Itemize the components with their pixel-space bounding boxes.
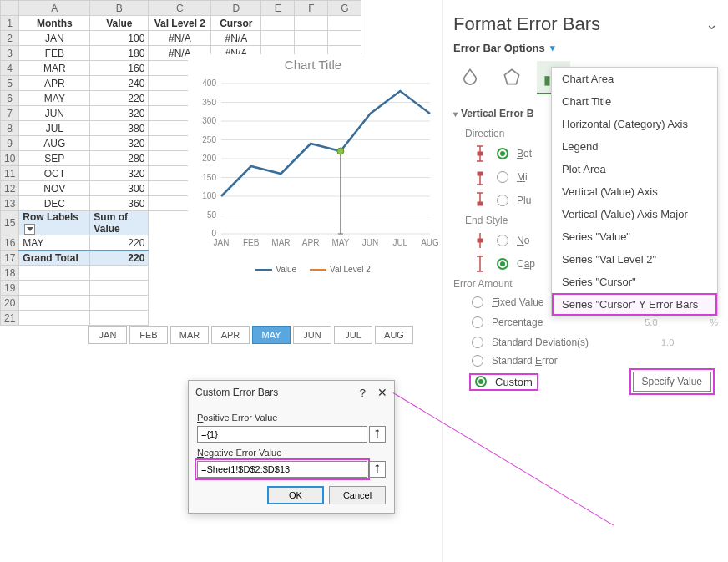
svg-text:MAY: MAY — [331, 238, 349, 247]
custom-error-bars-dialog: Custom Error Bars ? ✕ Positive Error Val… — [188, 380, 395, 514]
slicer-jul[interactable]: JUL — [334, 326, 372, 344]
dropdown-item[interactable]: Chart Area — [552, 68, 717, 90]
direction-minus-text: Mi — [517, 171, 528, 183]
svg-text:JAN: JAN — [214, 238, 230, 247]
dialog-cancel-button[interactable]: Cancel — [329, 486, 386, 504]
direction-both-text: Bot — [517, 148, 532, 159]
svg-rect-44 — [478, 239, 483, 242]
svg-text:50: 50 — [207, 210, 217, 220]
amt-std-text: Standard Deviation(s) — [492, 337, 589, 348]
svg-marker-29 — [504, 69, 518, 84]
negative-range-picker-icon[interactable]: 🠕 — [369, 461, 386, 478]
negative-error-label: Negative Error Value — [197, 448, 386, 458]
amt-custom-text: Custom — [495, 376, 533, 388]
amt-se-text: Standard Error — [492, 355, 558, 367]
slicer-jan[interactable]: JAN — [88, 326, 127, 344]
svg-text:0: 0 — [211, 229, 216, 238]
amt-std-radio[interactable] — [472, 337, 483, 348]
svg-text:100: 100 — [202, 191, 216, 200]
svg-point-28 — [337, 148, 344, 154]
svg-rect-36 — [478, 152, 483, 155]
chart-legend[interactable]: Value Val Level 2 — [188, 265, 438, 274]
positive-error-label: Positive Error Value — [197, 413, 386, 423]
pane-subtitle[interactable]: Error Bar Options — [453, 42, 545, 54]
dropdown-item[interactable]: Horizontal (Category) Axis — [552, 113, 717, 135]
amt-custom-radio[interactable] — [475, 376, 487, 387]
fill-line-icon[interactable] — [453, 61, 487, 94]
svg-text:JUN: JUN — [362, 238, 378, 247]
filter-icon[interactable] — [24, 224, 35, 235]
direction-minus-icon — [472, 168, 488, 186]
slicer-jun[interactable]: JUN — [293, 326, 331, 344]
amt-std-input[interactable] — [660, 335, 701, 350]
dropdown-item[interactable]: Series "Cursor" Y Error Bars — [552, 293, 717, 316]
chart-plot[interactable]: 050100150200250300350400JANFEBMARAPRMAYJ… — [188, 75, 438, 259]
dialog-close-icon[interactable]: ✕ — [377, 386, 387, 399]
dialog-help-icon[interactable]: ? — [360, 387, 366, 399]
amt-pct-text: Percentage — [492, 316, 543, 328]
svg-text:JUL: JUL — [392, 238, 407, 247]
svg-text:FEB: FEB — [243, 238, 260, 247]
svg-text:MAR: MAR — [271, 238, 290, 247]
svg-text:APR: APR — [302, 238, 320, 247]
dropdown-item[interactable]: Series "Cursor" — [552, 271, 717, 293]
slicer-mar[interactable]: MAR — [170, 326, 209, 344]
dialog-title: Custom Error Bars — [195, 387, 360, 398]
amt-pct-input[interactable] — [643, 315, 685, 330]
positive-range-picker-icon[interactable]: 🠕 — [369, 426, 386, 443]
svg-text:350: 350 — [202, 98, 216, 107]
specify-value-button[interactable]: Specify Value — [633, 372, 712, 392]
direction-minus-radio[interactable] — [497, 171, 508, 183]
direction-both-icon — [472, 144, 488, 163]
endstyle-nocap-radio[interactable] — [497, 235, 508, 246]
slicer-feb[interactable]: FEB — [129, 326, 168, 344]
svg-text:300: 300 — [202, 116, 216, 125]
slicer-apr[interactable]: APR — [211, 326, 250, 344]
dropdown-item[interactable]: Vertical (Value) Axis Major — [552, 203, 717, 225]
svg-text:AUG: AUG — [421, 238, 438, 247]
negative-error-input[interactable] — [197, 461, 367, 478]
dropdown-item[interactable]: Legend — [552, 135, 717, 158]
amt-pct-radio[interactable] — [472, 316, 483, 328]
endstyle-cap-text: Cap — [517, 258, 535, 270]
slicer-may[interactable]: MAY — [252, 326, 291, 344]
direction-both-radio[interactable] — [497, 148, 508, 159]
amt-fixed-radio[interactable] — [472, 296, 483, 308]
amt-se-radio[interactable] — [472, 355, 483, 367]
svg-text:250: 250 — [202, 135, 216, 144]
dialog-ok-button[interactable]: OK — [267, 486, 324, 504]
amt-fixed-text: Fixed Value — [492, 296, 544, 308]
effects-icon[interactable] — [495, 61, 528, 94]
endstyle-cap-radio[interactable] — [497, 258, 508, 270]
dropdown-item[interactable]: Series "Val Level 2" — [552, 248, 717, 271]
legend-value: Value — [276, 265, 296, 274]
endstyle-cap-icon — [472, 255, 488, 273]
svg-rect-42 — [478, 202, 483, 205]
endstyle-nocap-icon — [472, 231, 488, 250]
dropdown-item[interactable]: Series "Value" — [552, 225, 717, 248]
pane-collapse-icon[interactable]: ⌄ — [705, 15, 718, 33]
slicer-aug[interactable]: AUG — [375, 326, 413, 344]
svg-text:200: 200 — [202, 154, 216, 163]
chart-title[interactable]: Chart Title — [188, 54, 438, 75]
svg-rect-39 — [478, 172, 483, 175]
svg-text:400: 400 — [202, 78, 216, 88]
options-dropdown-icon[interactable]: ▾ — [550, 43, 555, 53]
svg-text:150: 150 — [202, 173, 216, 182]
chart-element-dropdown: Chart AreaChart TitleHorizontal (Categor… — [551, 67, 718, 316]
legend-val2: Val Level 2 — [330, 265, 371, 274]
endstyle-nocap-text: No — [517, 235, 529, 246]
pane-title: Format Error Bars — [453, 13, 600, 35]
direction-plus-radio[interactable] — [497, 195, 508, 206]
svg-rect-30 — [545, 77, 549, 85]
chart-area[interactable]: Chart Title 050100150200250300350400JANF… — [188, 54, 438, 278]
direction-plus-text: Plu — [517, 195, 531, 206]
pct-unit: % — [710, 317, 718, 327]
direction-plus-icon — [472, 191, 488, 210]
dropdown-item[interactable]: Vertical (Value) Axis — [552, 180, 717, 203]
dropdown-item[interactable]: Plot Area — [552, 158, 717, 180]
dropdown-item[interactable]: Chart Title — [552, 90, 717, 113]
positive-error-input[interactable] — [197, 426, 367, 443]
month-slicer: JANFEBMARAPRMAYJUNJULAUG — [88, 326, 413, 344]
